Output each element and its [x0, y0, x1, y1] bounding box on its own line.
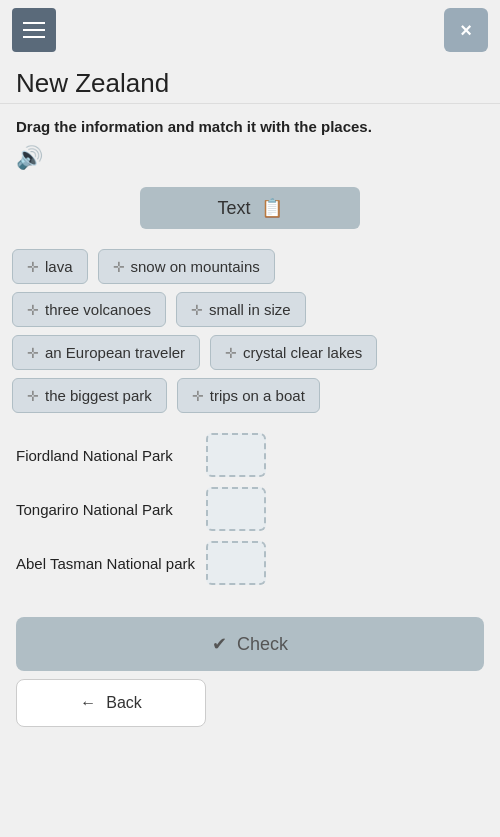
audio-icon[interactable]: 🔊 [0, 141, 500, 183]
back-button[interactable]: ← Back [16, 679, 206, 727]
move-icon: ✛ [27, 388, 39, 404]
copy-icon: 📋 [261, 197, 283, 219]
instruction-text: Drag the information and match it with t… [0, 104, 500, 141]
check-button[interactable]: ✔ Check [16, 617, 484, 671]
text-button[interactable]: Text 📋 [140, 187, 360, 229]
chip-label: three volcanoes [45, 301, 151, 318]
drop-row-fiordland: Fiordland National Park [16, 433, 484, 477]
menu-button[interactable] [12, 8, 56, 52]
drop-box-fiordland[interactable] [206, 433, 266, 477]
text-button-label: Text [217, 198, 250, 219]
move-icon: ✛ [192, 388, 204, 404]
drag-chip-three-volcanoes[interactable]: ✛ three volcanoes [12, 292, 166, 327]
chip-label: an European traveler [45, 344, 185, 361]
text-button-row: Text 📋 [0, 183, 500, 245]
drop-row-tongariro: Tongariro National Park [16, 487, 484, 531]
back-label: Back [106, 694, 142, 712]
close-icon: × [460, 19, 472, 42]
move-icon: ✛ [27, 302, 39, 318]
back-arrow-icon: ← [80, 694, 96, 712]
drop-targets-container: Fiordland National Park Tongariro Nation… [0, 425, 500, 601]
chip-label: lava [45, 258, 73, 275]
drag-chip-small-in-size[interactable]: ✛ small in size [176, 292, 306, 327]
move-icon: ✛ [27, 259, 39, 275]
hamburger-icon [23, 22, 45, 38]
drop-box-abel-tasman[interactable] [206, 541, 266, 585]
drag-chip-an-european-traveler[interactable]: ✛ an European traveler [12, 335, 200, 370]
move-icon: ✛ [113, 259, 125, 275]
drop-row-abel-tasman: Abel Tasman National park [16, 541, 484, 585]
drag-row-3: ✛ an European traveler ✛ crystal clear l… [12, 335, 488, 370]
drag-chip-trips-on-a-boat[interactable]: ✛ trips on a boat [177, 378, 320, 413]
drop-box-tongariro[interactable] [206, 487, 266, 531]
chip-label: small in size [209, 301, 291, 318]
drag-items-container: ✛ lava ✛ snow on mountains ✛ three volca… [0, 245, 500, 425]
drop-label-fiordland: Fiordland National Park [16, 447, 196, 464]
drag-chip-the-biggest-park[interactable]: ✛ the biggest park [12, 378, 167, 413]
drag-chip-snow-on-mountains[interactable]: ✛ snow on mountains [98, 249, 275, 284]
check-label: Check [237, 634, 288, 655]
drag-row-4: ✛ the biggest park ✛ trips on a boat [12, 378, 488, 413]
chip-label: snow on mountains [131, 258, 260, 275]
move-icon: ✛ [225, 345, 237, 361]
check-icon: ✔ [212, 633, 227, 655]
move-icon: ✛ [191, 302, 203, 318]
chip-label: trips on a boat [210, 387, 305, 404]
top-bar: × [0, 0, 500, 60]
drag-chip-lava[interactable]: ✛ lava [12, 249, 88, 284]
drop-label-abel-tasman: Abel Tasman National park [16, 555, 196, 572]
drag-chip-crystal-clear-lakes[interactable]: ✛ crystal clear lakes [210, 335, 377, 370]
move-icon: ✛ [27, 345, 39, 361]
close-button[interactable]: × [444, 8, 488, 52]
page-title: New Zealand [0, 60, 500, 103]
drag-row-2: ✛ three volcanoes ✛ small in size [12, 292, 488, 327]
chip-label: crystal clear lakes [243, 344, 362, 361]
drop-label-tongariro: Tongariro National Park [16, 501, 196, 518]
chip-label: the biggest park [45, 387, 152, 404]
drag-row-1: ✛ lava ✛ snow on mountains [12, 249, 488, 284]
